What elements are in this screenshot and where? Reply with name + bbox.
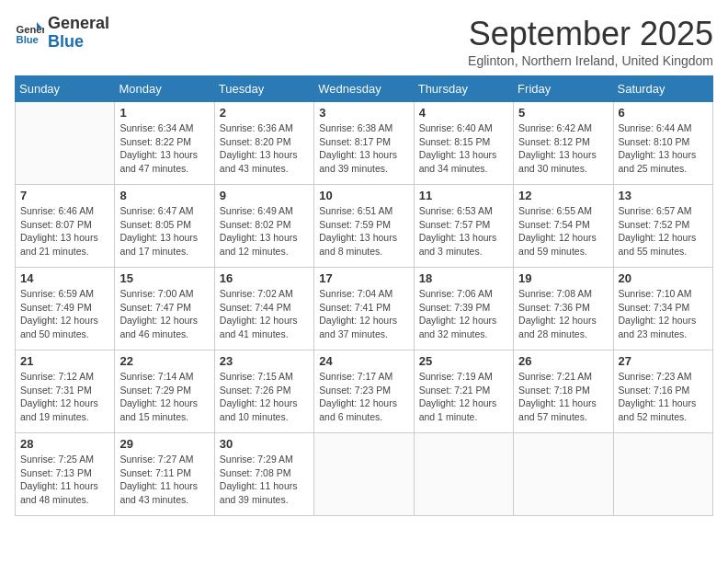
day-number: 8 [119, 189, 209, 202]
calendar-cell: 12Sunrise: 6:55 AM Sunset: 7:54 PM Dayli… [514, 185, 613, 268]
calendar-cell: 8Sunrise: 6:47 AM Sunset: 8:05 PM Daylig… [115, 185, 214, 268]
calendar-cell: 10Sunrise: 6:51 AM Sunset: 7:59 PM Dayli… [314, 185, 414, 268]
day-number: 22 [119, 354, 209, 368]
weekday-header-tuesday: Tuesday [214, 76, 313, 102]
day-number: 19 [518, 271, 608, 285]
location-subtitle: Eglinton, Northern Ireland, United Kingd… [468, 53, 713, 68]
day-number: 9 [220, 189, 309, 202]
day-content: Sunrise: 6:44 AM Sunset: 8:10 PM Dayligh… [619, 121, 708, 176]
weekday-header-friday: Friday [514, 76, 613, 102]
day-content: Sunrise: 7:23 AM Sunset: 7:16 PM Dayligh… [619, 370, 708, 424]
calendar-cell: 14Sunrise: 6:59 AM Sunset: 7:49 PM Dayli… [16, 268, 115, 350]
logo-text: General Blue [48, 15, 109, 52]
calendar-cell [514, 433, 613, 516]
day-number: 20 [619, 271, 708, 285]
day-content: Sunrise: 7:02 AM Sunset: 7:44 PM Dayligh… [220, 287, 309, 341]
day-content: Sunrise: 7:06 AM Sunset: 7:39 PM Dayligh… [419, 287, 508, 341]
calendar-cell: 13Sunrise: 6:57 AM Sunset: 7:52 PM Dayli… [613, 185, 712, 268]
day-content: Sunrise: 6:46 AM Sunset: 8:07 PM Dayligh… [20, 204, 109, 259]
day-content: Sunrise: 6:36 AM Sunset: 8:20 PM Dayligh… [220, 121, 309, 176]
calendar-cell: 11Sunrise: 6:53 AM Sunset: 7:57 PM Dayli… [414, 185, 513, 268]
day-content: Sunrise: 7:21 AM Sunset: 7:18 PM Dayligh… [518, 370, 608, 424]
week-row-2: 7Sunrise: 6:46 AM Sunset: 8:07 PM Daylig… [16, 185, 713, 268]
day-number: 10 [319, 189, 408, 202]
day-number: 16 [220, 271, 309, 285]
day-content: Sunrise: 6:34 AM Sunset: 8:22 PM Dayligh… [119, 121, 209, 176]
calendar-cell: 21Sunrise: 7:12 AM Sunset: 7:31 PM Dayli… [16, 350, 115, 433]
calendar-cell: 6Sunrise: 6:44 AM Sunset: 8:10 PM Daylig… [613, 102, 712, 185]
weekday-header-sunday: Sunday [16, 76, 115, 102]
weekday-header-row: SundayMondayTuesdayWednesdayThursdayFrid… [16, 76, 713, 102]
calendar-cell: 19Sunrise: 7:08 AM Sunset: 7:36 PM Dayli… [514, 268, 613, 350]
day-number: 5 [518, 106, 608, 120]
calendar-cell: 24Sunrise: 7:17 AM Sunset: 7:23 PM Dayli… [314, 350, 414, 433]
calendar-cell: 2Sunrise: 6:36 AM Sunset: 8:20 PM Daylig… [214, 102, 313, 185]
calendar-cell: 3Sunrise: 6:38 AM Sunset: 8:17 PM Daylig… [314, 102, 414, 185]
day-content: Sunrise: 6:42 AM Sunset: 8:12 PM Dayligh… [518, 121, 608, 176]
calendar-cell: 28Sunrise: 7:25 AM Sunset: 7:13 PM Dayli… [16, 433, 115, 516]
weekday-header-monday: Monday [115, 76, 214, 102]
day-number: 13 [619, 189, 708, 202]
day-number: 28 [20, 437, 109, 451]
day-number: 14 [20, 271, 109, 285]
day-content: Sunrise: 6:51 AM Sunset: 7:59 PM Dayligh… [319, 204, 408, 259]
weekday-header-thursday: Thursday [414, 76, 513, 102]
week-row-5: 28Sunrise: 7:25 AM Sunset: 7:13 PM Dayli… [16, 433, 713, 516]
calendar-cell: 26Sunrise: 7:21 AM Sunset: 7:18 PM Dayli… [514, 350, 613, 433]
calendar-cell: 15Sunrise: 7:00 AM Sunset: 7:47 PM Dayli… [115, 268, 214, 350]
calendar-cell [314, 433, 414, 516]
logo-icon: General Blue [15, 18, 44, 48]
calendar-cell: 5Sunrise: 6:42 AM Sunset: 8:12 PM Daylig… [514, 102, 613, 185]
day-number: 26 [518, 354, 608, 368]
day-content: Sunrise: 6:59 AM Sunset: 7:49 PM Dayligh… [20, 287, 109, 341]
day-content: Sunrise: 7:14 AM Sunset: 7:29 PM Dayligh… [119, 370, 209, 424]
day-content: Sunrise: 6:55 AM Sunset: 7:54 PM Dayligh… [518, 204, 608, 259]
calendar-cell: 4Sunrise: 6:40 AM Sunset: 8:15 PM Daylig… [414, 102, 513, 185]
day-number: 4 [419, 106, 508, 120]
day-content: Sunrise: 7:17 AM Sunset: 7:23 PM Dayligh… [319, 370, 408, 424]
calendar-cell: 25Sunrise: 7:19 AM Sunset: 7:21 PM Dayli… [414, 350, 513, 433]
calendar-cell [414, 433, 513, 516]
day-number: 30 [220, 437, 309, 451]
day-number: 2 [220, 106, 309, 120]
day-number: 18 [419, 271, 508, 285]
calendar-cell: 7Sunrise: 6:46 AM Sunset: 8:07 PM Daylig… [16, 185, 115, 268]
day-number: 6 [619, 106, 708, 120]
calendar-cell [613, 433, 712, 516]
day-content: Sunrise: 7:04 AM Sunset: 7:41 PM Dayligh… [319, 287, 408, 341]
week-row-3: 14Sunrise: 6:59 AM Sunset: 7:49 PM Dayli… [16, 268, 713, 350]
page-header: General Blue General Blue September 2025… [15, 15, 713, 68]
week-row-4: 21Sunrise: 7:12 AM Sunset: 7:31 PM Dayli… [16, 350, 713, 433]
day-number: 17 [319, 271, 408, 285]
weekday-header-saturday: Saturday [613, 76, 712, 102]
day-number: 29 [119, 437, 209, 451]
calendar-cell: 27Sunrise: 7:23 AM Sunset: 7:16 PM Dayli… [613, 350, 712, 433]
day-content: Sunrise: 7:29 AM Sunset: 7:08 PM Dayligh… [220, 453, 309, 507]
day-number: 11 [419, 189, 508, 202]
day-content: Sunrise: 7:10 AM Sunset: 7:34 PM Dayligh… [619, 287, 708, 341]
title-block: September 2025 Eglinton, Northern Irelan… [468, 15, 713, 68]
day-number: 25 [419, 354, 508, 368]
day-content: Sunrise: 7:25 AM Sunset: 7:13 PM Dayligh… [20, 453, 109, 507]
day-content: Sunrise: 7:00 AM Sunset: 7:47 PM Dayligh… [119, 287, 209, 341]
day-content: Sunrise: 6:40 AM Sunset: 8:15 PM Dayligh… [419, 121, 508, 176]
day-content: Sunrise: 6:49 AM Sunset: 8:02 PM Dayligh… [220, 204, 309, 259]
day-content: Sunrise: 6:38 AM Sunset: 8:17 PM Dayligh… [319, 121, 408, 176]
day-content: Sunrise: 7:27 AM Sunset: 7:11 PM Dayligh… [119, 453, 209, 507]
day-content: Sunrise: 7:19 AM Sunset: 7:21 PM Dayligh… [419, 370, 508, 424]
day-number: 12 [518, 189, 608, 202]
calendar-cell: 30Sunrise: 7:29 AM Sunset: 7:08 PM Dayli… [214, 433, 313, 516]
calendar-table: SundayMondayTuesdayWednesdayThursdayFrid… [15, 75, 713, 516]
day-content: Sunrise: 7:12 AM Sunset: 7:31 PM Dayligh… [20, 370, 109, 424]
day-number: 23 [220, 354, 309, 368]
calendar-cell: 16Sunrise: 7:02 AM Sunset: 7:44 PM Dayli… [214, 268, 313, 350]
day-number: 24 [319, 354, 408, 368]
day-content: Sunrise: 6:47 AM Sunset: 8:05 PM Dayligh… [119, 204, 209, 259]
day-content: Sunrise: 7:15 AM Sunset: 7:26 PM Dayligh… [220, 370, 309, 424]
day-number: 3 [319, 106, 408, 120]
day-number: 21 [20, 354, 109, 368]
day-content: Sunrise: 6:57 AM Sunset: 7:52 PM Dayligh… [619, 204, 708, 259]
logo: General Blue General Blue [15, 15, 109, 52]
calendar-cell: 29Sunrise: 7:27 AM Sunset: 7:11 PM Dayli… [115, 433, 214, 516]
day-number: 27 [619, 354, 708, 368]
